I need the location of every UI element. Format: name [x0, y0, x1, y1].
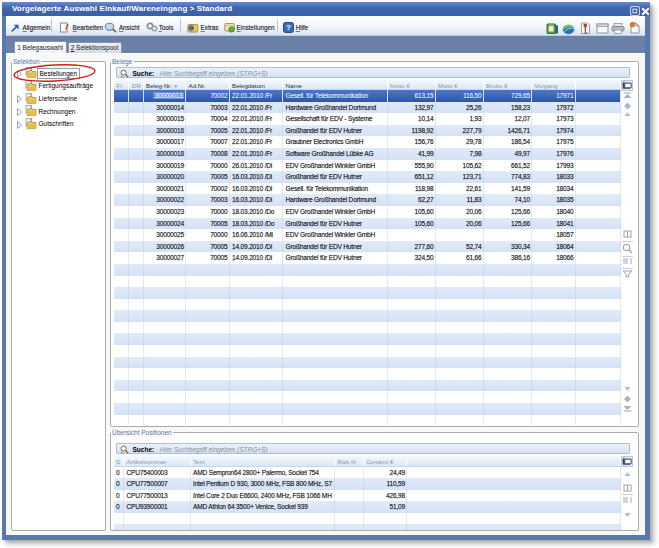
- svg-text:?: ?: [286, 23, 291, 32]
